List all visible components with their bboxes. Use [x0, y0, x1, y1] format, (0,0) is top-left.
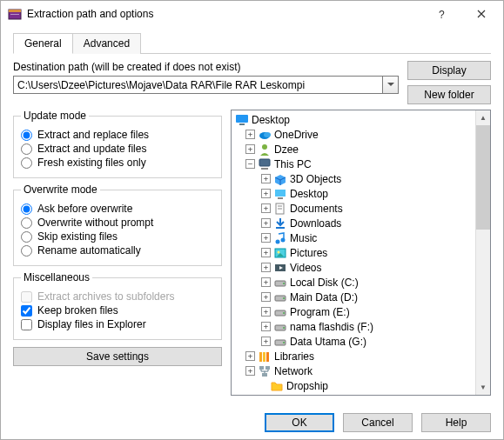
- tree-node-thispc[interactable]: − This PC: [233, 157, 474, 171]
- downloads-icon: [273, 217, 287, 230]
- svg-rect-9: [259, 159, 270, 166]
- pc-icon: [258, 157, 272, 171]
- svg-rect-2: [10, 14, 19, 15]
- radio-overwrite-noprompt[interactable]: [21, 217, 32, 229]
- tree-node-documents[interactable]: +Documents: [233, 201, 474, 216]
- radio-fresh-existing[interactable]: [21, 157, 32, 169]
- scroll-up-icon[interactable]: ▲: [476, 110, 490, 125]
- misc-opt-explorer[interactable]: Display files in Explorer: [21, 318, 214, 330]
- tree-node-pictures[interactable]: +Pictures: [233, 245, 474, 260]
- tree-node-dropship[interactable]: Dropship: [233, 378, 474, 393]
- tree-node-libraries[interactable]: +Libraries: [233, 349, 474, 363]
- expand-icon[interactable]: +: [261, 218, 271, 228]
- tree-node-user[interactable]: + Dzee: [233, 142, 474, 157]
- overwrite-opt-noprompt[interactable]: Overwrite without prompt: [21, 217, 214, 229]
- new-folder-button[interactable]: New folder: [407, 85, 491, 104]
- tree-node-onedrive[interactable]: + OneDrive: [233, 127, 474, 142]
- save-settings-button[interactable]: Save settings: [13, 347, 222, 366]
- tree-node-disk-d[interactable]: +Main Data (D:): [233, 290, 474, 304]
- svg-point-7: [264, 132, 271, 137]
- tree-node-desktop[interactable]: Desktop: [233, 112, 474, 127]
- expand-icon[interactable]: +: [261, 277, 271, 287]
- scroll-down-icon[interactable]: ▼: [476, 380, 490, 395]
- expand-icon[interactable]: +: [261, 322, 271, 331]
- svg-rect-1: [9, 10, 21, 12]
- close-button[interactable]: [461, 1, 501, 27]
- expand-icon[interactable]: +: [261, 189, 271, 198]
- desktop-folder-icon: [273, 187, 287, 201]
- update-opt-fresh[interactable]: Fresh existing files only: [21, 157, 214, 169]
- folder-tree: Desktop + OneDrive + Dzee −: [231, 110, 491, 396]
- overwrite-mode-legend: Overwrite mode: [21, 183, 100, 196]
- onedrive-icon: [258, 128, 272, 142]
- tree-node-disk-f[interactable]: +nama flashdis (F:): [233, 319, 474, 334]
- overwrite-opt-rename[interactable]: Rename automatically: [21, 244, 214, 257]
- check-keep-broken[interactable]: [21, 305, 32, 317]
- svg-point-31: [283, 342, 285, 343]
- radio-extract-replace[interactable]: [21, 130, 32, 141]
- app-icon: [8, 7, 22, 21]
- expand-icon[interactable]: +: [261, 174, 271, 183]
- expand-icon[interactable]: +: [245, 130, 255, 139]
- expand-icon[interactable]: +: [245, 144, 255, 154]
- tree-node-music[interactable]: +Music: [233, 230, 474, 245]
- update-mode-group: Update mode Extract and replace files Ex…: [13, 110, 222, 178]
- svg-rect-33: [263, 352, 265, 362]
- tree-node-3dobjects[interactable]: +3D Objects: [233, 171, 474, 186]
- overwrite-opt-skip[interactable]: Skip existing files: [21, 230, 214, 243]
- destination-path-input[interactable]: [13, 76, 383, 94]
- help-button[interactable]: ?: [421, 1, 461, 27]
- expand-icon[interactable]: +: [261, 292, 271, 302]
- tab-general[interactable]: General: [13, 33, 73, 54]
- update-opt-replace[interactable]: Extract and replace files: [21, 129, 214, 141]
- tab-advanced[interactable]: Advanced: [72, 33, 141, 54]
- update-opt-update[interactable]: Extract and update files: [21, 143, 214, 155]
- radio-rename-auto[interactable]: [21, 245, 32, 257]
- svg-point-18: [281, 237, 286, 242]
- destination-path-label: Destination path (will be created if doe…: [13, 61, 399, 73]
- tree-scrollbar[interactable]: ▲ ▼: [475, 110, 490, 395]
- help-footer-button[interactable]: Help: [421, 413, 491, 432]
- drive-icon: [273, 320, 287, 334]
- tree-node-disk-e[interactable]: +Program (E:): [233, 304, 474, 319]
- destination-path-dropdown[interactable]: [383, 76, 399, 94]
- update-mode-legend: Update mode: [21, 110, 89, 122]
- expand-icon[interactable]: +: [245, 351, 255, 361]
- svg-point-17: [276, 239, 280, 243]
- tree-node-disk-g[interactable]: +Data Utama (G:): [233, 334, 474, 349]
- scroll-thumb[interactable]: [476, 125, 490, 230]
- overwrite-mode-group: Overwrite mode Ask before overwrite Over…: [13, 183, 222, 266]
- check-display-explorer[interactable]: [21, 319, 32, 330]
- tree-node-disk-c[interactable]: +Local Disk (C:): [233, 275, 474, 290]
- svg-rect-16: [276, 227, 285, 229]
- videos-icon: [273, 261, 287, 275]
- ok-button[interactable]: OK: [265, 413, 334, 432]
- svg-point-27: [283, 312, 285, 314]
- window-title: Extraction path and options: [27, 8, 421, 20]
- expand-icon[interactable]: +: [261, 307, 271, 317]
- misc-opt-subfolders: Extract archives to subfolders: [21, 290, 214, 303]
- tree-node-videos[interactable]: +Videos: [233, 260, 474, 275]
- expand-icon[interactable]: +: [261, 248, 271, 257]
- cancel-button[interactable]: Cancel: [343, 413, 413, 432]
- misc-opt-keepbroken[interactable]: Keep broken files: [21, 304, 214, 317]
- libraries-icon: [258, 350, 272, 363]
- svg-rect-36: [265, 366, 270, 370]
- tree-node-network[interactable]: +Network: [233, 363, 474, 378]
- tree-node-downloads[interactable]: +Downloads: [233, 216, 474, 230]
- dialog-buttons: OK Cancel Help: [1, 404, 503, 440]
- radio-ask-overwrite[interactable]: [21, 203, 32, 215]
- display-button[interactable]: Display: [407, 61, 491, 80]
- drive-icon: [273, 335, 287, 349]
- overwrite-opt-ask[interactable]: Ask before overwrite: [21, 203, 214, 215]
- radio-extract-update[interactable]: [21, 143, 32, 155]
- expand-icon[interactable]: +: [261, 263, 271, 272]
- expand-icon[interactable]: +: [261, 203, 271, 213]
- collapse-icon[interactable]: −: [245, 159, 255, 169]
- expand-icon[interactable]: +: [245, 366, 255, 376]
- expand-icon[interactable]: +: [261, 233, 271, 243]
- expand-icon[interactable]: +: [261, 337, 271, 346]
- svg-rect-11: [275, 190, 286, 197]
- tree-node-desktop2[interactable]: +Desktop: [233, 186, 474, 201]
- radio-skip-existing[interactable]: [21, 231, 32, 243]
